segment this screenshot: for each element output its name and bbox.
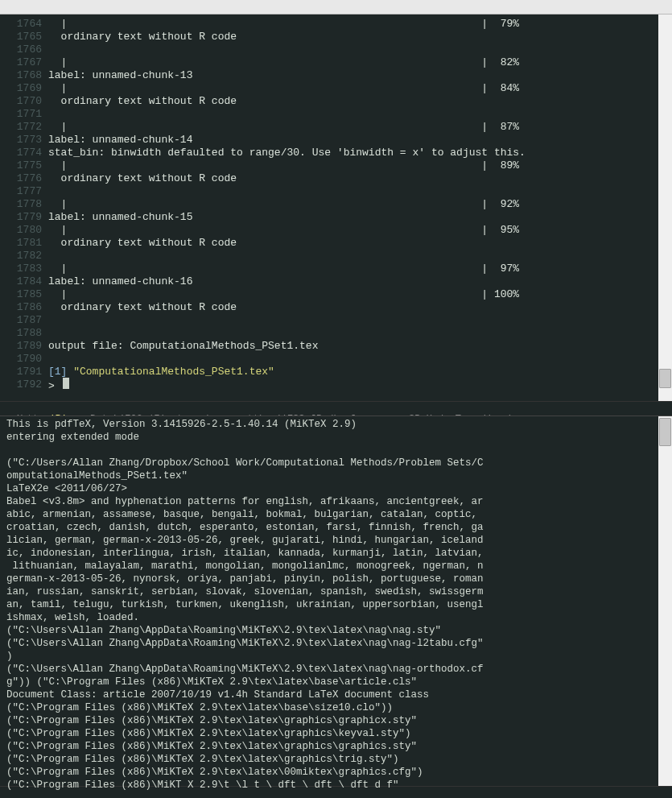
line-number: 1782: [0, 250, 48, 263]
line-number: 1783: [0, 263, 48, 275]
line-content: label: unnamed-chunk-13: [48, 69, 192, 82]
line-content: | | 89%: [48, 159, 519, 172]
cursor: [63, 378, 69, 389]
line-content: label: unnamed-chunk-14: [48, 134, 192, 147]
line-number: 1771: [0, 108, 48, 121]
editor-line[interactable]: 1782: [0, 250, 672, 263]
editor-line[interactable]: 1774stat_bin: binwidth defaulted to rang…: [0, 147, 672, 159]
editor-line[interactable]: 1781 ordinary text without R code: [0, 237, 672, 250]
editor-line[interactable]: 1788: [0, 327, 672, 340]
line-number: 1781: [0, 237, 48, 250]
editor-line[interactable]: 1785 | | 100%: [0, 288, 672, 301]
line-content: ordinary text without R code: [48, 237, 237, 250]
editor-line[interactable]: 1789output file: ComputationalMethods_PS…: [0, 340, 672, 353]
line-content: | | 100%: [48, 288, 519, 301]
line-content: | | 97%: [48, 263, 519, 275]
line-number: 1775: [0, 159, 48, 172]
line-content: stat_bin: binwidth defaulted to range/30…: [48, 147, 526, 159]
line-content: ordinary text without R code: [48, 95, 237, 108]
editor-line[interactable]: 1769 | | 84%: [0, 82, 672, 95]
editor-line[interactable]: 1773label: unnamed-chunk-14: [0, 134, 672, 147]
line-number: 1770: [0, 95, 48, 108]
line-number: 1768: [0, 69, 48, 82]
line-content: | | 92%: [48, 198, 519, 211]
line-number: 1792: [0, 378, 48, 391]
tex-output-buffer[interactable]: This is pdfTeX, Version 3.1415926-2.5-1.…: [0, 416, 672, 793]
scrollbar-thumb[interactable]: [659, 369, 671, 388]
line-content: | | 84%: [48, 82, 519, 95]
editor-line[interactable]: 1764 | | 79%: [0, 18, 672, 31]
line-number: 1772: [0, 121, 48, 134]
top-modeline: 1\**- *R* Bot L1792 (First workgroup:**)…: [0, 401, 672, 416]
line-content: | | 87%: [48, 121, 519, 134]
editor-line[interactable]: 1776 ordinary text without R code: [0, 172, 672, 185]
bottom-scrollbar[interactable]: [658, 416, 672, 786]
line-number: 1769: [0, 82, 48, 95]
line-number: 1786: [0, 301, 48, 314]
line-content: >: [48, 378, 69, 393]
line-number: 1791: [0, 366, 48, 378]
editor-line[interactable]: 1778 | | 92%: [0, 198, 672, 211]
editor-line[interactable]: 1786 ordinary text without R code: [0, 301, 672, 314]
line-number: 1777: [0, 185, 48, 198]
line-number: 1789: [0, 340, 48, 353]
line-number: 1766: [0, 43, 48, 56]
line-content: | | 82%: [48, 56, 519, 69]
top-scrollbar[interactable]: [658, 14, 672, 401]
editor-line[interactable]: 1777: [0, 185, 672, 198]
line-content: ordinary text without R code: [48, 31, 237, 43]
line-content: label: unnamed-chunk-15: [48, 211, 192, 224]
editor-line[interactable]: 1765 ordinary text without R code: [0, 31, 672, 43]
editor-line[interactable]: 1784label: unnamed-chunk-16: [0, 275, 672, 288]
line-number: 1776: [0, 172, 48, 185]
r-process-buffer[interactable]: 1764 | | 79%1765 ordinary text without R…: [0, 14, 672, 395]
line-number: 1787: [0, 314, 48, 327]
line-number: 1773: [0, 134, 48, 147]
editor-line[interactable]: 1791[1] "ComputationalMethods_PSet1.tex": [0, 366, 672, 378]
editor-line[interactable]: 1768label: unnamed-chunk-13: [0, 69, 672, 82]
line-number: 1767: [0, 56, 48, 69]
line-content: | | 95%: [48, 224, 519, 237]
editor-line[interactable]: 1775 | | 89%: [0, 159, 672, 172]
bottom-editor-pane[interactable]: This is pdfTeX, Version 3.1415926-2.5-1.…: [0, 416, 672, 786]
editor-line[interactable]: 1771: [0, 108, 672, 121]
window-title-bar: [0, 0, 672, 14]
line-number: 1780: [0, 224, 48, 237]
editor-line[interactable]: 1772 | | 87%: [0, 121, 672, 134]
line-number: 1788: [0, 327, 48, 340]
line-number: 1774: [0, 147, 48, 159]
top-editor-pane[interactable]: 1764 | | 79%1765 ordinary text without R…: [0, 14, 672, 401]
line-content: ordinary text without R code: [48, 301, 237, 314]
editor-line[interactable]: 1767 | | 82%: [0, 56, 672, 69]
line-number: 1779: [0, 211, 48, 224]
editor-line[interactable]: 1766: [0, 43, 672, 56]
line-number: 1790: [0, 353, 48, 366]
line-content: ordinary text without R code: [48, 172, 237, 185]
line-number: 1778: [0, 198, 48, 211]
editor-line[interactable]: 1780 | | 95%: [0, 224, 672, 237]
line-number: 1765: [0, 31, 48, 43]
editor-line[interactable]: 1783 | | 97%: [0, 263, 672, 275]
line-content: [1] "ComputationalMethods_PSet1.tex": [48, 366, 274, 378]
line-number: 1764: [0, 18, 48, 31]
editor-line[interactable]: 1792>: [0, 378, 672, 391]
editor-line[interactable]: 1790: [0, 353, 672, 366]
line-content: output file: ComputationalMethods_PSet1.…: [48, 340, 318, 353]
line-number: 1785: [0, 288, 48, 301]
editor-line[interactable]: 1770 ordinary text without R code: [0, 95, 672, 108]
line-content: label: unnamed-chunk-16: [48, 275, 192, 288]
scrollbar-thumb[interactable]: [659, 418, 671, 446]
editor-line[interactable]: 1779label: unnamed-chunk-15: [0, 211, 672, 224]
editor-line[interactable]: 1787: [0, 314, 672, 327]
line-content: | | 79%: [48, 18, 519, 31]
line-number: 1784: [0, 275, 48, 288]
